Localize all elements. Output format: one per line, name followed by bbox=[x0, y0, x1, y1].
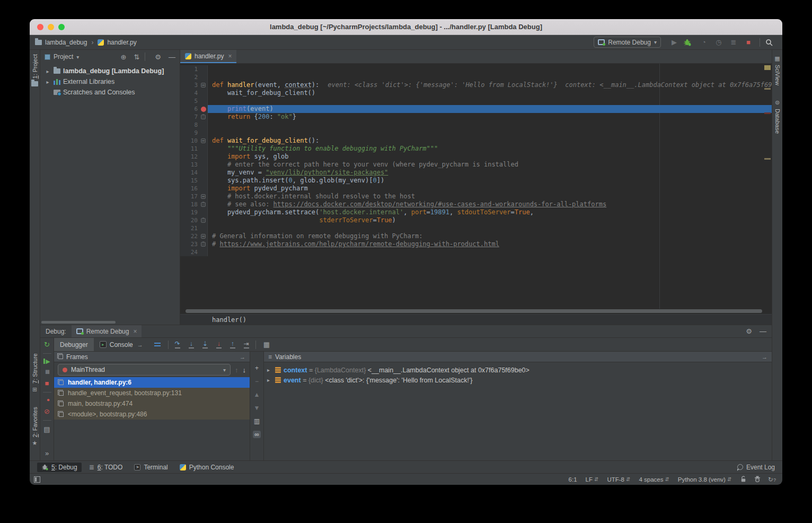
view-breakpoints-icon[interactable]: ●● bbox=[47, 397, 47, 403]
highlighting-level-icon[interactable] bbox=[754, 476, 761, 483]
fold-end-icon[interactable]: ˆ bbox=[201, 242, 206, 247]
add-watch-icon[interactable]: + bbox=[255, 364, 259, 372]
resume-program-icon[interactable]: ▶ bbox=[43, 359, 50, 364]
gutter[interactable]: 10− bbox=[180, 137, 208, 145]
expand-arrow-icon[interactable]: ▸ bbox=[267, 377, 272, 383]
evaluate-expression-icon[interactable]: ▦ bbox=[263, 341, 270, 348]
gutter[interactable]: 9 bbox=[180, 129, 208, 137]
code-line[interactable]: 6 print(event) bbox=[180, 105, 772, 113]
code-line[interactable]: 4 wait_for_debug_client() bbox=[180, 89, 772, 97]
move-watch-down-icon[interactable]: ▼ bbox=[254, 404, 260, 412]
close-tab-icon[interactable]: × bbox=[228, 53, 232, 60]
toolwindow-button-python-console[interactable]: Python Console bbox=[175, 463, 239, 472]
code-line[interactable]: 17− # host.docker.internal should resolv… bbox=[180, 193, 772, 201]
inspection-indicator[interactable] bbox=[764, 65, 771, 70]
editor-breadcrumb[interactable]: handler() bbox=[180, 314, 772, 325]
gutter[interactable]: 11 bbox=[180, 145, 208, 153]
stop-button[interactable]: ■ bbox=[743, 38, 754, 46]
fold-open-icon[interactable]: − bbox=[201, 83, 206, 88]
code-area[interactable]: 123−def handler(event, context):event: <… bbox=[180, 64, 772, 309]
gutter[interactable]: 3− bbox=[180, 81, 208, 89]
hide-panel-icon[interactable]: — bbox=[169, 53, 175, 61]
more-actions-icon[interactable]: » bbox=[45, 449, 49, 457]
tab-debugger[interactable]: Debugger bbox=[54, 338, 94, 351]
show-watches-in-variables-icon[interactable]: ∞ bbox=[253, 431, 261, 438]
step-into-my-code-icon[interactable]: ⇣ bbox=[198, 341, 212, 348]
stack-frame-row[interactable]: handler, handler.py:6 bbox=[54, 377, 250, 388]
code-line[interactable]: 24 bbox=[180, 248, 772, 256]
code-line[interactable]: 19 pydevd_pycharm.settrace('host.docker.… bbox=[180, 208, 772, 216]
fold-end-icon[interactable]: ˆ bbox=[201, 202, 206, 207]
run-configuration-select[interactable]: Remote Debug ▾ bbox=[594, 37, 661, 48]
code-line[interactable]: 8 bbox=[180, 121, 772, 129]
gutter[interactable]: 1 bbox=[180, 65, 208, 73]
stack-frame-row[interactable]: handle_event_request, bootstrap.py:131 bbox=[54, 388, 250, 398]
coverage-button[interactable]: ◔ bbox=[698, 38, 710, 46]
fold-open-icon[interactable]: − bbox=[201, 234, 206, 239]
code-line[interactable]: 5 bbox=[180, 97, 772, 105]
gutter[interactable]: 6 bbox=[180, 105, 208, 113]
gutter[interactable]: 20ˆ bbox=[180, 216, 208, 224]
toolwindow-toggle-icon[interactable] bbox=[34, 476, 40, 483]
tool-stripe-database[interactable]: ⊜Database bbox=[774, 99, 781, 134]
scrollbar-warning-mark[interactable] bbox=[764, 158, 771, 160]
gutter[interactable]: 17− bbox=[180, 193, 208, 201]
move-watch-up-icon[interactable]: ▲ bbox=[254, 391, 260, 398]
gutter[interactable]: 15 bbox=[180, 177, 208, 185]
code-line[interactable]: 1 bbox=[180, 65, 772, 73]
code-line[interactable]: 3−def handler(event, context):event: <cl… bbox=[180, 81, 772, 89]
project-panel-title[interactable]: Project bbox=[54, 53, 73, 60]
tool-stripe-7-structure[interactable]: 7: Structure⊞ bbox=[32, 353, 38, 393]
variable-row-context[interactable]: ▸context = {LambdaContext} <__main__.Lam… bbox=[264, 365, 772, 375]
show-execution-point-icon[interactable] bbox=[154, 343, 161, 344]
thread-select[interactable]: MainThread ▾ bbox=[58, 364, 231, 376]
chevron-right-icon[interactable]: ▸ bbox=[45, 79, 51, 85]
event-log-button[interactable]: Event Log bbox=[737, 464, 775, 471]
chevron-down-icon[interactable]: ▾ bbox=[76, 54, 79, 60]
search-everywhere-button[interactable] bbox=[765, 39, 777, 46]
zoom-window-button[interactable] bbox=[58, 24, 65, 30]
code-line[interactable]: 2 bbox=[180, 73, 772, 81]
gutter[interactable]: 8 bbox=[180, 121, 208, 129]
code-line[interactable]: 20ˆ stderrToServer=True) bbox=[180, 216, 772, 224]
editor-hscrollbar[interactable] bbox=[180, 309, 772, 314]
code-line[interactable]: 13 # enter the correct path here to your… bbox=[180, 161, 772, 169]
fold-end-icon[interactable]: ˆ bbox=[201, 218, 206, 223]
close-session-icon[interactable]: × bbox=[133, 328, 137, 335]
status-segment-utf-8[interactable]: UTF-8⇵ bbox=[607, 476, 630, 483]
gear-icon[interactable]: ⚙ bbox=[155, 53, 161, 61]
collapse-all-icon[interactable]: ⇅ bbox=[134, 53, 139, 61]
gutter[interactable]: 12 bbox=[180, 153, 208, 161]
step-out-icon[interactable]: ↑ bbox=[226, 341, 240, 348]
breadcrumb-project[interactable]: lambda_debug bbox=[45, 39, 87, 46]
code-line[interactable]: 7ˆ return {200: "ok"} bbox=[180, 113, 772, 121]
fold-open-icon[interactable]: − bbox=[201, 138, 206, 143]
sync-status-icon[interactable]: ↻? bbox=[768, 476, 776, 483]
duplicate-watch-icon[interactable]: ▥ bbox=[254, 417, 260, 425]
gutter[interactable]: 5 bbox=[180, 97, 208, 105]
pause-program-icon[interactable]: ▮▮ bbox=[45, 369, 49, 374]
fold-end-icon[interactable]: ˆ bbox=[201, 115, 206, 119]
gutter[interactable]: 4 bbox=[180, 89, 208, 97]
hide-panel-icon[interactable]: — bbox=[760, 327, 766, 335]
step-into-icon[interactable]: ↓ bbox=[184, 341, 198, 348]
run-to-cursor-icon[interactable]: ⇥ bbox=[240, 341, 253, 348]
code-line[interactable]: 23ˆ# https://www.jetbrains.com/help/pych… bbox=[180, 240, 772, 248]
stack-frame-row[interactable]: <module>, bootstrap.py:486 bbox=[54, 409, 250, 420]
scrollbar-warning-mark[interactable] bbox=[764, 88, 771, 90]
chevron-right-icon[interactable]: ▸ bbox=[45, 68, 51, 74]
status-segment-lf[interactable]: LF⇵ bbox=[586, 476, 599, 483]
status-segment-4-spaces[interactable]: 4 spaces⇵ bbox=[639, 476, 669, 483]
code-line[interactable]: 14 my_venv = "venv/lib/python*/site-pack… bbox=[180, 169, 772, 177]
gutter[interactable]: 7ˆ bbox=[180, 113, 208, 121]
next-frame-icon[interactable]: ↓ bbox=[243, 366, 246, 374]
gutter[interactable]: 21 bbox=[180, 224, 208, 232]
gutter[interactable]: 18ˆ bbox=[180, 201, 208, 208]
locate-file-icon[interactable]: ⊕ bbox=[121, 53, 127, 61]
project-tree-item-scratches-and-consoles[interactable]: Scratches and Consoles bbox=[40, 87, 180, 98]
variable-row-event[interactable]: ▸event = {dict} <class 'dict'>: {'messag… bbox=[264, 375, 772, 385]
tool-stripe-1-project[interactable]: 1: Project bbox=[31, 54, 38, 86]
pin-panel-icon[interactable]: → bbox=[762, 354, 767, 360]
fold-open-icon[interactable]: − bbox=[201, 194, 206, 199]
gutter[interactable]: 13 bbox=[180, 161, 208, 169]
